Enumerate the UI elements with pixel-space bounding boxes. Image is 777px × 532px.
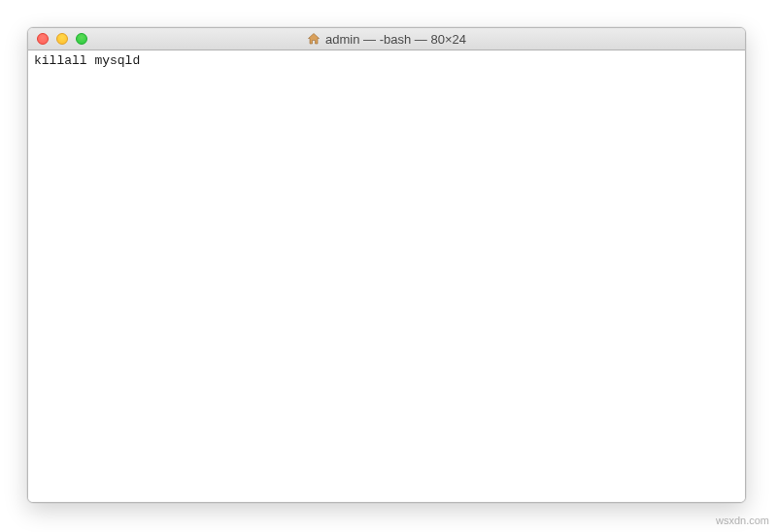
title-center: admin — -bash — 80×24 — [28, 32, 745, 47]
maximize-button[interactable] — [76, 33, 87, 45]
close-button[interactable] — [37, 33, 49, 45]
terminal-line: killall mysqld — [34, 53, 140, 68]
watermark-text: wsxdn.com — [716, 515, 769, 526]
title-bar: admin — -bash — 80×24 — [28, 28, 745, 50]
window-title: admin — -bash — 80×24 — [325, 32, 466, 47]
terminal-window: admin — -bash — 80×24 killall mysqld — [27, 27, 746, 503]
minimize-button[interactable] — [56, 33, 68, 45]
traffic-lights — [28, 33, 87, 45]
home-icon — [307, 32, 321, 46]
terminal-content[interactable]: killall mysqld — [28, 50, 745, 502]
